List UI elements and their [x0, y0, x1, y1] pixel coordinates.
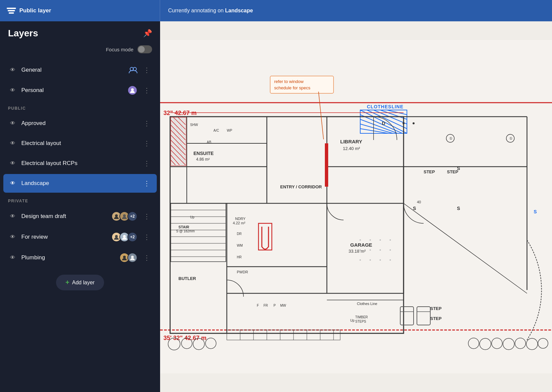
svg-text:GARAGE: GARAGE: [350, 242, 372, 248]
eye-icon-electrical-rcps: 👁: [9, 159, 17, 167]
layer-name-electrical: Electrical layout: [21, 140, 137, 147]
svg-point-144: [360, 239, 361, 241]
layer-name-for-review: For review: [21, 234, 107, 240]
svg-point-148: [360, 249, 361, 251]
svg-text:DR: DR: [237, 232, 241, 236]
layer-item-plumbing[interactable]: 👁 Plumbing ⋮: [3, 248, 157, 267]
plus-icon: +: [65, 279, 69, 286]
svg-text:F: F: [257, 304, 259, 307]
svg-text:S: S: [457, 166, 460, 171]
main-layout: Layers 📌 Focus mode 👁 General ⋮: [0, 21, 552, 392]
layer-name-plumbing: Plumbing: [21, 254, 115, 261]
svg-text:STAIR: STAIR: [178, 225, 189, 229]
blueprint-area: 32" 42.67 m 35' 32" 42.67 m CLOTHESLINE: [160, 21, 552, 392]
add-layer-label: Add layer: [72, 280, 95, 286]
design-team-avatar-group: +2: [111, 211, 137, 221]
layer-item-for-review[interactable]: 👁 For review +2 ⋮: [3, 227, 157, 247]
svg-text:MW: MW: [280, 304, 286, 307]
svg-rect-79: [270, 76, 334, 93]
eye-icon-for-review: 👁: [9, 233, 17, 241]
svg-point-141: [413, 122, 415, 124]
more-btn-personal[interactable]: ⋮: [142, 86, 151, 95]
svg-text:STEP: STEP: [424, 169, 435, 174]
svg-point-2: [131, 88, 134, 91]
eye-icon-approved: 👁: [9, 119, 17, 127]
focus-mode-row: Focus mode: [0, 42, 160, 60]
eye-icon-plumbing: 👁: [9, 254, 17, 262]
svg-text:Up: Up: [190, 215, 194, 219]
eye-icon-electrical: 👁: [9, 139, 17, 147]
svg-text:Clothes Line: Clothes Line: [357, 302, 377, 306]
svg-point-3: [115, 214, 118, 217]
svg-point-147: [390, 239, 391, 241]
svg-text:BUTLER: BUTLER: [178, 276, 196, 281]
svg-text:40: 40: [417, 200, 421, 204]
layer-item-general[interactable]: 👁 General ⋮: [3, 61, 157, 79]
sidebar-title: Layers: [8, 28, 38, 39]
more-btn-plumbing[interactable]: ⋮: [142, 253, 151, 262]
more-btn-design-team[interactable]: ⋮: [142, 212, 151, 221]
svg-text:32"  42.67 m: 32" 42.67 m: [163, 110, 197, 116]
layer-item-landscape[interactable]: 👁 Landscape ⋮: [3, 174, 157, 193]
eye-icon-general: 👁: [9, 66, 17, 74]
plumbing-avatar-group: [119, 253, 137, 263]
svg-text:ENTRY / CORRIDOR: ENTRY / CORRIDOR: [280, 184, 322, 189]
shared-users-icon: [129, 66, 137, 74]
public-layer-tab[interactable]: Public layer: [0, 0, 160, 21]
svg-rect-42: [171, 117, 186, 166]
personal-avatar: [127, 85, 137, 95]
sidebar-header: Layers 📌: [0, 21, 160, 42]
layer-item-approved[interactable]: 👁 Approved ⋮: [3, 114, 157, 133]
more-btn-electrical-rcps[interactable]: ⋮: [142, 159, 151, 168]
svg-point-152: [360, 259, 361, 261]
svg-text:SHW: SHW: [190, 123, 198, 127]
focus-mode-toggle[interactable]: [137, 45, 152, 53]
svg-point-146: [380, 239, 381, 241]
svg-text:S: S: [457, 206, 460, 211]
layer-name-electrical-rcps: Electrical layout RCPs: [21, 160, 137, 167]
svg-text:WP: WP: [227, 129, 232, 132]
pin-icon: 📌: [143, 29, 152, 38]
svg-point-5: [115, 235, 118, 238]
svg-text:NDRY: NDRY: [235, 217, 246, 221]
svg-text:A/C: A/C: [213, 129, 219, 132]
svg-point-151: [390, 249, 391, 251]
svg-text:refer to window: refer to window: [274, 79, 304, 84]
layer-item-personal[interactable]: 👁 Personal ⋮: [3, 81, 157, 100]
svg-point-150: [380, 249, 381, 251]
more-btn-landscape[interactable]: ⋮: [142, 179, 151, 188]
section-label-public: PUBLIC: [0, 101, 160, 113]
eye-icon-personal: 👁: [9, 86, 17, 94]
svg-point-145: [370, 239, 371, 241]
svg-text:schedule for specs: schedule for specs: [274, 85, 311, 90]
pl-avatar-2: [127, 253, 137, 263]
svg-text:33.18 m²: 33.18 m²: [349, 249, 366, 254]
layer-name-approved: Approved: [21, 120, 137, 127]
svg-text:S: S: [534, 209, 537, 214]
svg-text:HR: HR: [237, 255, 241, 259]
svg-point-154: [380, 259, 381, 261]
layer-item-design-team[interactable]: 👁 Design team draft +2 ⋮: [3, 207, 157, 226]
svg-text:STEP: STEP: [430, 306, 442, 311]
svg-point-140: [403, 122, 405, 124]
svg-text:PWDR: PWDR: [237, 270, 248, 274]
more-btn-approved[interactable]: ⋮: [142, 119, 151, 128]
svg-text:WM: WM: [237, 244, 243, 247]
layer-item-electrical[interactable]: 👁 Electrical layout ⋮: [3, 134, 157, 153]
svg-text:LIBRARY: LIBRARY: [340, 139, 362, 144]
layer-name-personal: Personal: [21, 87, 123, 94]
more-btn-for-review[interactable]: ⋮: [142, 232, 151, 242]
svg-text:AB: AB: [207, 140, 211, 144]
sidebar: Layers 📌 Focus mode 👁 General ⋮: [0, 21, 160, 392]
svg-text:Up: Up: [350, 319, 355, 322]
layer-name-design-team: Design team draft: [21, 213, 107, 220]
more-btn-electrical[interactable]: ⋮: [142, 139, 151, 148]
public-layer-label: Public layer: [19, 7, 51, 14]
svg-point-7: [123, 256, 126, 258]
more-btn-general[interactable]: ⋮: [142, 65, 151, 75]
layer-item-electrical-rcps[interactable]: 👁 Electrical layout RCPs ⋮: [3, 154, 157, 173]
svg-text:CLOTHESLINE: CLOTHESLINE: [367, 104, 404, 109]
add-layer-button[interactable]: + Add layer: [56, 275, 104, 290]
svg-text:①: ①: [509, 136, 513, 140]
dt-avatar-count: +2: [127, 211, 137, 221]
